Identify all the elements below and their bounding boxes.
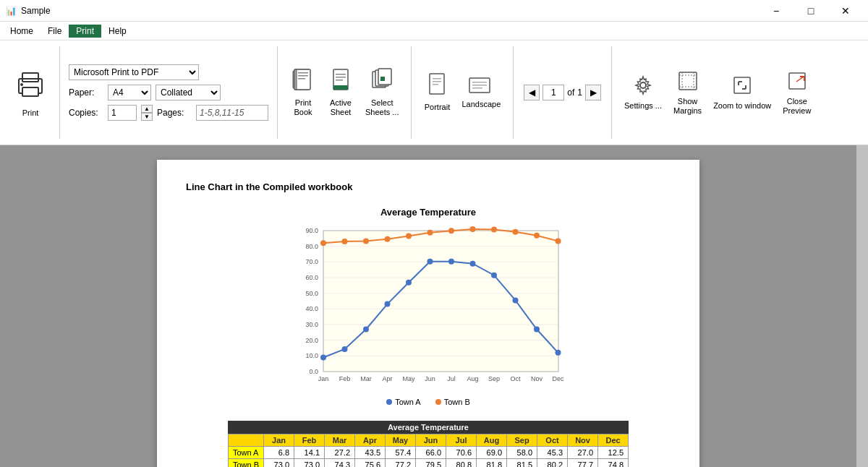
view-buttons: Settings ... ShowMargins bbox=[616, 43, 819, 142]
svg-text:Jan: Jan bbox=[318, 375, 329, 382]
svg-point-76 bbox=[385, 236, 391, 242]
close-button[interactable]: ✕ bbox=[829, 0, 862, 22]
menu-print[interactable]: Print bbox=[69, 25, 101, 38]
svg-point-70 bbox=[513, 297, 519, 303]
menu-help[interactable]: Help bbox=[101, 25, 134, 38]
divider-5 bbox=[611, 46, 612, 139]
minimize-button[interactable]: − bbox=[760, 0, 793, 22]
close-preview-label: ClosePreview bbox=[783, 97, 811, 116]
svg-text:70.0: 70.0 bbox=[305, 258, 318, 265]
copies-row: Copies: ▲ ▼ Pages: bbox=[69, 105, 268, 121]
table-header: Average Temperature bbox=[228, 421, 628, 434]
col-nov: Nov bbox=[568, 434, 598, 447]
col-label bbox=[228, 434, 263, 447]
svg-text:Feb: Feb bbox=[339, 375, 351, 382]
close-preview-button[interactable]: ClosePreview bbox=[778, 45, 816, 140]
menu-file[interactable]: File bbox=[41, 25, 69, 38]
select-sheets-label: SelectSheets ... bbox=[365, 98, 399, 117]
select-sheets-button[interactable]: SelectSheets ... bbox=[360, 45, 404, 140]
paper-label: Paper: bbox=[69, 87, 103, 98]
svg-point-83 bbox=[534, 233, 540, 239]
svg-text:10.0: 10.0 bbox=[305, 352, 318, 359]
svg-point-62 bbox=[342, 346, 348, 352]
next-page-button[interactable]: ▶ bbox=[585, 85, 601, 100]
settings-button[interactable]: Settings ... bbox=[619, 45, 667, 140]
svg-point-72 bbox=[556, 350, 561, 356]
printer-select[interactable]: Microsoft Print to PDF bbox=[69, 64, 199, 80]
current-page-input[interactable] bbox=[542, 85, 564, 100]
of-label: of bbox=[567, 87, 574, 98]
row-label-b: Town B bbox=[228, 459, 263, 468]
prev-page-button[interactable]: ◀ bbox=[524, 85, 540, 100]
paper-select[interactable]: A4 bbox=[108, 85, 151, 100]
svg-rect-24 bbox=[433, 78, 441, 80]
table-row-b: Town B 73.0 73.0 74.3 75.6 77.2 79.5 80.… bbox=[228, 459, 628, 468]
svg-text:50.0: 50.0 bbox=[305, 290, 318, 297]
scrollbar[interactable] bbox=[856, 145, 868, 467]
svg-text:Sep: Sep bbox=[488, 375, 500, 382]
svg-rect-17 bbox=[336, 80, 343, 81]
collated-select[interactable]: Collated bbox=[156, 85, 221, 100]
divider-3 bbox=[411, 46, 412, 139]
col-mar: Mar bbox=[325, 434, 355, 447]
chart-title: Average Temperature bbox=[186, 207, 671, 218]
portrait-button[interactable]: Portrait bbox=[419, 45, 455, 140]
total-pages: 1 bbox=[577, 87, 582, 98]
cell-a-mar: 27.2 bbox=[325, 447, 355, 459]
svg-point-80 bbox=[470, 226, 476, 232]
svg-point-3 bbox=[20, 83, 23, 86]
svg-rect-29 bbox=[472, 85, 487, 86]
copies-spinner: ▲ ▼ bbox=[141, 105, 153, 121]
settings-label: Settings ... bbox=[624, 101, 662, 111]
svg-text:40.0: 40.0 bbox=[305, 305, 318, 312]
cell-b-sep: 81.5 bbox=[507, 459, 537, 468]
landscape-icon bbox=[468, 75, 494, 98]
cell-a-oct: 45.3 bbox=[537, 447, 568, 459]
print-icon[interactable] bbox=[14, 69, 46, 107]
title-bar-controls: − □ ✕ bbox=[760, 0, 862, 22]
app-icon: 📊 bbox=[6, 6, 17, 16]
page-preview: Line Chart in the Compiled workbook Aver… bbox=[157, 160, 699, 467]
zoom-button[interactable]: Zoom to window bbox=[708, 45, 776, 140]
show-margins-button[interactable]: ShowMargins bbox=[668, 45, 707, 140]
cell-b-jun: 79.5 bbox=[416, 459, 446, 468]
copies-label: Copies: bbox=[69, 108, 103, 118]
cell-a-nov: 27.0 bbox=[568, 447, 598, 459]
svg-point-64 bbox=[385, 301, 391, 307]
cell-b-aug: 81.8 bbox=[477, 459, 507, 468]
col-may: May bbox=[386, 434, 416, 447]
preview-area[interactable]: Line Chart in the Compiled workbook Aver… bbox=[0, 145, 856, 467]
pages-label: Pages: bbox=[157, 108, 192, 118]
svg-rect-18 bbox=[333, 85, 348, 90]
zoom-label: Zoom to window bbox=[713, 101, 771, 111]
pages-input[interactable] bbox=[196, 105, 268, 121]
maximize-button[interactable]: □ bbox=[794, 0, 827, 22]
svg-point-82 bbox=[513, 229, 519, 235]
svg-point-84 bbox=[556, 238, 561, 244]
landscape-button[interactable]: Landscape bbox=[456, 45, 506, 140]
svg-rect-30 bbox=[472, 87, 482, 89]
menu-home[interactable]: Home bbox=[3, 25, 41, 38]
cell-a-aug: 69.0 bbox=[477, 447, 507, 459]
copies-down[interactable]: ▼ bbox=[141, 113, 153, 121]
copies-input[interactable] bbox=[108, 105, 137, 121]
svg-rect-15 bbox=[336, 74, 346, 75]
svg-text:60.0: 60.0 bbox=[305, 274, 318, 281]
svg-rect-37 bbox=[734, 77, 750, 93]
col-jan: Jan bbox=[264, 434, 294, 447]
title-bar-left: 📊 Sample bbox=[6, 6, 51, 16]
cell-b-dec: 74.8 bbox=[598, 459, 629, 468]
svg-rect-16 bbox=[336, 77, 346, 78]
col-oct: Oct bbox=[537, 434, 568, 447]
cell-a-feb: 14.1 bbox=[294, 447, 325, 459]
cell-b-feb: 73.0 bbox=[294, 459, 325, 468]
col-apr: Apr bbox=[355, 434, 386, 447]
col-dec: Dec bbox=[598, 434, 629, 447]
print-book-button[interactable]: PrintBook bbox=[285, 45, 321, 140]
active-sheet-button[interactable]: ActiveSheet bbox=[323, 45, 359, 140]
svg-text:Jul: Jul bbox=[447, 375, 456, 382]
table-sub-header: Jan Feb Mar Apr May Jun Jul Aug Sep Oct … bbox=[228, 434, 628, 447]
paper-row: Paper: A4 Collated bbox=[69, 85, 268, 100]
copies-up[interactable]: ▲ bbox=[141, 105, 153, 113]
svg-point-73 bbox=[320, 240, 326, 246]
